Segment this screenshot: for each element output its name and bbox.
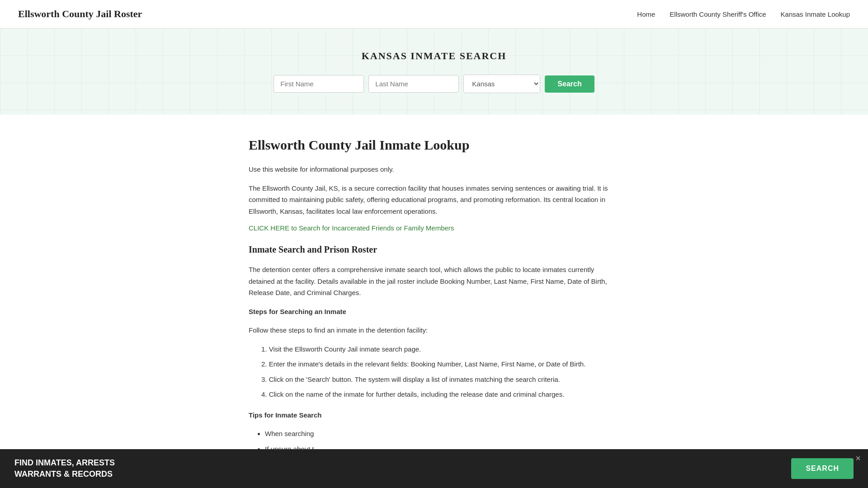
search-hero-heading: KANSAS INMATE SEARCH [9, 50, 859, 62]
search-hero: KANSAS INMATE SEARCH Kansas Alabama Alas… [0, 28, 868, 115]
banner-line2: WARRANTS & RECORDS [14, 469, 115, 480]
main-content: Ellsworth County Jail Inmate Lookup Use … [231, 115, 637, 485]
nav-home[interactable]: Home [637, 10, 655, 18]
site-title[interactable]: Ellsworth County Jail Roster [18, 8, 142, 20]
steps-heading: Steps for Searching an Inmate [249, 306, 619, 318]
click-here-link[interactable]: CLICK HERE to Search for Incarcerated Fr… [249, 224, 619, 232]
site-header: Ellsworth County Jail Roster Home Ellswo… [0, 0, 868, 28]
nav-sheriffs-office[interactable]: Ellsworth County Sheriff's Office [670, 10, 766, 18]
inmate-search-paragraph: The detention center offers a comprehens… [249, 264, 619, 299]
search-button[interactable]: Search [545, 75, 594, 93]
inmate-search-heading: Inmate Search and Prison Roster [249, 244, 619, 255]
state-select[interactable]: Kansas Alabama Alaska Arizona Arkansas C… [463, 75, 540, 93]
bottom-banner: FIND INMATES, ARRESTS WARRANTS & RECORDS… [0, 449, 868, 485]
page-heading: Ellsworth County Jail Inmate Lookup [249, 137, 619, 153]
steps-list: 1. Visit the Ellsworth County Jail inmat… [249, 343, 619, 400]
nav-inmate-lookup[interactable]: Kansas Inmate Lookup [781, 10, 850, 18]
informational-note: Use this website for informational purpo… [249, 164, 619, 175]
first-name-input[interactable] [274, 75, 364, 93]
step-1: 1. Visit the Ellsworth County Jail inmat… [258, 343, 619, 355]
close-banner-button[interactable]: × [855, 454, 861, 463]
last-name-input[interactable] [368, 75, 459, 93]
step-3: 3. Click on the 'Search' button. The sys… [258, 374, 619, 385]
tips-heading: Tips for Inmate Search [249, 409, 619, 421]
steps-intro: Follow these steps to find an inmate in … [249, 324, 619, 336]
step-4: 4. Click on the name of the inmate for f… [258, 389, 619, 400]
banner-text: FIND INMATES, ARRESTS WARRANTS & RECORDS [14, 457, 115, 480]
banner-line1: FIND INMATES, ARRESTS [14, 457, 115, 469]
tip-1: When searching [265, 428, 619, 440]
intro-paragraph: The Ellsworth County Jail, KS, is a secu… [249, 183, 619, 217]
banner-search-button[interactable]: SEARCH [791, 458, 854, 479]
search-form: Kansas Alabama Alaska Arizona Arkansas C… [9, 75, 859, 93]
step-2: 2. Enter the inmate's details in the rel… [258, 358, 619, 370]
site-nav: Home Ellsworth County Sheriff's Office K… [637, 10, 850, 18]
